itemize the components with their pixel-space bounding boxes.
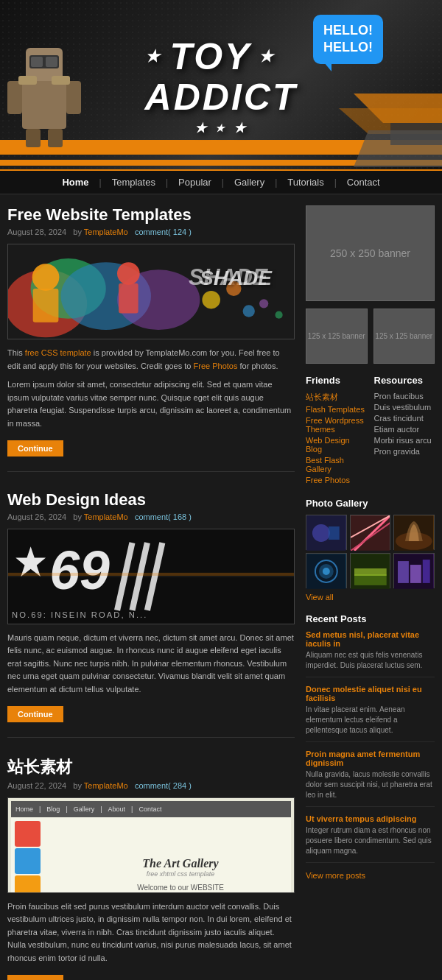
recent-post-2: Donec molestie aliquet nisi eu facilisis… [306, 685, 435, 742]
post-2-continue-button[interactable]: Continue [7, 706, 63, 722]
sidebar-banners-small: 125 x 125 banner 125 x 125 banner [306, 309, 435, 364]
recent-post-3-title[interactable]: Proin magna amet fermentum dignissim [306, 750, 435, 767]
star-right-icon: ★ [259, 48, 276, 66]
recent-post-1-text: Aliquam nec est quis felis venenatis imp… [306, 650, 435, 671]
post-3-author[interactable]: TemplateMo [84, 781, 128, 790]
svg-point-20 [32, 264, 60, 291]
post-3-body: Proin faucibus elit sed purus vestibulum… [7, 900, 295, 965]
photo-thumb-2[interactable] [350, 515, 391, 550]
photo-thumb-3[interactable] [393, 515, 435, 550]
hello-bubble: HELLO! HELLO! [313, 15, 383, 64]
artgallery-nav-gallery: Gallery [74, 805, 95, 813]
gallery-welcome: Welcome to our WEBSITE [137, 884, 224, 892]
photo-thumb-4[interactable] [306, 553, 347, 588]
post-1-author[interactable]: TemplateMo [84, 228, 128, 236]
post-1-continue-button[interactable]: Continue [7, 440, 63, 456]
main-layout: Free Website Templates August 28, 2024 b… [0, 194, 442, 980]
nav-home[interactable]: Home [53, 174, 97, 191]
recent-post-2-title[interactable]: Donec molestie aliquet nisi eu facilisis [306, 685, 435, 702]
sidebar-friends-col: Friends 站长素材 Flash Templates Free Wordpr… [306, 375, 367, 487]
artgallery-nav-home: Home [15, 805, 33, 813]
post-1-body: Lorem ipsum dolor sit amet, consectetur … [7, 378, 295, 430]
svg-point-23 [117, 262, 140, 285]
sidebar-banner-sm-1[interactable]: 125 x 125 banner [306, 309, 368, 364]
post-1-css-link[interactable]: free CSS template [25, 348, 91, 357]
artgallery-nav-about: About [108, 805, 126, 813]
nav-templates[interactable]: Templates [103, 174, 164, 191]
post-2: Web Design Ideas August 26, 2024 by Temp… [7, 490, 295, 738]
star-bottom-mid-icon: ★ [215, 123, 228, 136]
sidebar-friend-1[interactable]: 站长素材 [306, 392, 367, 403]
artgallery-nav-sep: | [39, 805, 41, 813]
sidebar-friend-5[interactable]: Best Flash Gallery [306, 456, 367, 473]
photo-thumb-1[interactable] [306, 515, 347, 550]
photo-thumb-6[interactable] [393, 553, 435, 588]
photo-thumb-5[interactable] [350, 553, 391, 588]
star-bottom-right-icon: ★ [234, 121, 248, 136]
sidebar-friend-6[interactable]: Free Photos [306, 476, 367, 484]
post-3-image: Home | Blog | Gallery | About | Contact [7, 797, 295, 893]
nav-contact[interactable]: Contact [338, 174, 389, 191]
svg-point-26 [226, 281, 241, 296]
sidebar-friend-4[interactable]: Web Design Blog [306, 436, 367, 454]
view-all-photos-link[interactable]: View all [306, 593, 334, 602]
recent-post-1: Sed metus nisl, placerat vitae iaculis i… [306, 630, 435, 677]
svg-rect-5 [7, 81, 22, 114]
post-3-title: 站长素材 [7, 756, 295, 778]
sidebar-friends-resources: Friends 站长素材 Flash Templates Free Wordpr… [306, 375, 435, 487]
post-1-photos-link[interactable]: Free Photos [194, 362, 238, 370]
post-2-image: 69 NO.69: INSEIN ROAD, N... [7, 529, 295, 624]
post-1: Free Website Templates August 28, 2024 b… [7, 205, 295, 472]
svg-rect-3 [31, 57, 43, 67]
post-1-meta: August 28, 2024 by TemplateMo comment( 1… [7, 228, 295, 236]
svg-rect-57 [410, 565, 421, 583]
artgallery-nav-sep4: | [131, 805, 133, 813]
svg-rect-0 [22, 77, 66, 129]
nav-sep-1: | [98, 177, 103, 188]
view-more-posts-link[interactable]: View more posts [306, 871, 365, 880]
recent-post-2-text: In vitae placerat enim. Aenean elementum… [306, 705, 435, 736]
sidebar-banner-large[interactable]: 250 x 250 banner [306, 205, 435, 301]
svg-rect-56 [398, 561, 409, 583]
svg-rect-7 [26, 129, 41, 147]
svg-point-25 [202, 291, 220, 309]
post-2-body: Mauris quam neque, dictum et viverra nec… [7, 632, 295, 697]
post-1-title: Free Website Templates [7, 205, 295, 225]
post-3-continue-button[interactable]: Continue [7, 975, 63, 981]
svg-rect-6 [66, 81, 81, 114]
sidebar-recent-posts: Recent Posts Sed metus nisl, placerat vi… [306, 613, 435, 881]
right-decoration [295, 94, 442, 169]
nav-popular[interactable]: Popular [169, 174, 220, 191]
recent-post-3-text: Nulla gravida, lacus molestie convallis … [306, 769, 435, 800]
recent-post-4: Ut viverra tempus adipiscing Integer rut… [306, 814, 435, 863]
post-1-image: SHADE [7, 244, 295, 339]
post-2-author[interactable]: TemplateMo [84, 512, 128, 521]
svg-rect-53 [354, 574, 387, 585]
sidebar-resource-1[interactable]: Pron faucibus [374, 392, 435, 401]
sidebar-friend-2[interactable]: Flash Templates [306, 405, 367, 414]
sidebar-resources-col: Resources Pron faucibus Duis vestibulum … [374, 375, 435, 487]
recent-post-4-title[interactable]: Ut viverra tempus adipiscing [306, 814, 435, 823]
nav-gallery[interactable]: Gallery [225, 174, 273, 191]
artgallery-nav-blog: Blog [46, 805, 60, 813]
svg-rect-41 [329, 526, 340, 540]
svg-rect-4 [46, 57, 57, 67]
sidebar-resource-5[interactable]: Morbi risus arcu [374, 436, 435, 445]
svg-text:69: 69 [49, 540, 110, 601]
sidebar-friend-3[interactable]: Free Wordpress Themes [306, 416, 367, 434]
star-bottom-left-icon: ★ [194, 121, 209, 136]
sidebar-resource-3[interactable]: Cras tincidunt [374, 414, 435, 423]
recent-post-1-title[interactable]: Sed metus nisl, placerat vitae iaculis i… [306, 630, 435, 648]
nav-tutorials[interactable]: Tutorials [278, 174, 332, 191]
sidebar: 250 x 250 banner 125 x 125 banner 125 x … [306, 205, 435, 980]
svg-point-28 [259, 299, 268, 308]
svg-rect-10 [52, 76, 70, 85]
header: ★ TOY ★ ADDICT ★ ★ ★ HELLO! HELLO! [0, 0, 442, 169]
post-2-comment: comment( 168 ) [135, 512, 192, 521]
sidebar-resource-2[interactable]: Duis vestibulum [374, 403, 435, 412]
post-3-comment: comment( 284 ) [135, 781, 192, 790]
sidebar-resource-6[interactable]: Pron gravida [374, 447, 435, 456]
content-area: Free Website Templates August 28, 2024 b… [7, 205, 295, 980]
sidebar-banner-sm-2[interactable]: 125 x 125 banner [373, 309, 435, 364]
sidebar-resource-4[interactable]: Etiam auctor [374, 425, 435, 434]
